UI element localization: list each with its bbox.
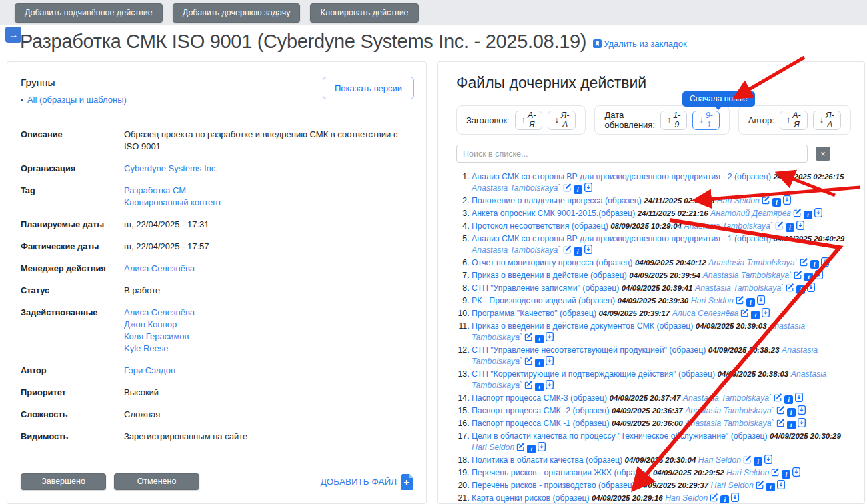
download-icon[interactable]: [792, 467, 800, 480]
file-author-link[interactable]: Hari Seldon: [717, 196, 760, 205]
file-title-link[interactable]: Анализ СМК со стороны ВР для производств…: [472, 172, 771, 181]
download-icon[interactable]: [546, 332, 554, 345]
info-icon[interactable]: i: [535, 359, 544, 367]
file-title-link[interactable]: Протокол несоответствия (образец): [472, 221, 608, 231]
expand-arrow-icon[interactable]: →: [5, 27, 21, 43]
download-icon[interactable]: [798, 418, 806, 431]
file-author-link[interactable]: Hari Seldon: [472, 443, 514, 452]
file-title-link[interactable]: СТП "Управление несоответствующей продук…: [472, 345, 706, 355]
edit-icon[interactable]: [736, 296, 744, 308]
download-icon[interactable]: [814, 208, 822, 221]
info-icon[interactable]: i: [772, 198, 781, 207]
download-icon[interactable]: [546, 356, 554, 369]
field-value-link[interactable]: Kyle Reese: [124, 343, 195, 355]
info-icon[interactable]: i: [746, 298, 755, 307]
edit-icon[interactable]: [524, 333, 533, 345]
search-input[interactable]: [456, 145, 808, 163]
edit-icon[interactable]: [563, 183, 572, 195]
edit-icon[interactable]: [793, 209, 802, 221]
file-author-link[interactable]: Anastasia Tambolskaya`: [472, 183, 561, 193]
download-icon[interactable]: [584, 183, 592, 195]
info-icon[interactable]: i: [754, 457, 762, 466]
edit-icon[interactable]: [786, 283, 794, 295]
edit-icon[interactable]: [775, 221, 784, 233]
file-author-link[interactable]: Anastasia Tambolskaya`: [684, 221, 773, 231]
file-author-link[interactable]: Anastasia Tambolskaya`: [708, 258, 798, 267]
download-icon[interactable]: [584, 245, 592, 257]
edit-icon[interactable]: [710, 493, 718, 504]
file-title-link[interactable]: Положение о владельце процесса (образец): [472, 196, 642, 205]
download-icon[interactable]: [731, 493, 739, 504]
edit-icon[interactable]: [762, 196, 770, 208]
file-title-link[interactable]: Цели в области качества по процессу "Тех…: [472, 431, 768, 441]
download-icon[interactable]: [795, 393, 803, 405]
file-title-link[interactable]: СТП "Корректирующие и подтверждающие дей…: [472, 369, 715, 379]
sort-asc-button[interactable]: ↑А-Я: [515, 111, 543, 130]
file-title-link[interactable]: Программа "Качество" (образец): [472, 309, 596, 318]
file-author-link[interactable]: Hari Seldon: [691, 296, 734, 305]
edit-icon[interactable]: [800, 258, 808, 270]
edit-icon[interactable]: [771, 468, 780, 480]
file-title-link[interactable]: Приказ о введении в действие (образец): [472, 271, 627, 280]
info-icon[interactable]: i: [574, 247, 582, 256]
file-author-link[interactable]: Anastasia Tambolskaya`: [695, 283, 784, 293]
edit-icon[interactable]: [776, 406, 785, 418]
file-title-link[interactable]: Паспорт процесса СМК-3 (образец): [472, 393, 607, 403]
complete-button[interactable]: Завершено: [21, 473, 106, 490]
file-author-link[interactable]: Hari Seldon: [711, 481, 754, 490]
file-author-link[interactable]: Anastasia Tambolskaya`: [472, 245, 561, 255]
sort-desc-button[interactable]: ↓Я-А: [813, 111, 841, 130]
file-title-link[interactable]: Паспорт процесса СМК -2 (образец): [472, 406, 609, 415]
file-title-link[interactable]: Перечень рисков - организация ЖКХ (образ…: [472, 468, 650, 477]
info-icon[interactable]: i: [535, 383, 544, 391]
edit-icon[interactable]: [524, 357, 533, 369]
file-author-link[interactable]: Anastasia Tambolskaya`: [683, 393, 772, 403]
file-title-link[interactable]: СТП "Управление записями" (образец): [472, 283, 619, 293]
info-icon[interactable]: i: [574, 185, 582, 194]
file-title-link[interactable]: Перечень рисков - производство (образец): [472, 481, 635, 490]
field-value-link[interactable]: Гэри Сэлдон: [124, 365, 175, 377]
info-icon[interactable]: i: [782, 470, 790, 479]
info-icon[interactable]: i: [786, 223, 794, 232]
sort-asc-button[interactable]: ↑А-Я: [780, 111, 808, 130]
edit-icon[interactable]: [774, 393, 782, 405]
download-icon[interactable]: [798, 405, 806, 418]
group-link[interactable]: All (образцы и шаблоны): [27, 95, 127, 105]
field-value-link[interactable]: Алиса Селезнёва: [124, 307, 195, 319]
file-author-link[interactable]: Hari Seldon: [726, 468, 769, 477]
info-icon[interactable]: i: [720, 495, 729, 504]
show-versions-button[interactable]: Показать версии: [323, 77, 414, 99]
info-icon[interactable]: i: [784, 395, 793, 404]
file-title-link[interactable]: Приказ о введении в действие документов …: [472, 321, 693, 331]
file-title-link[interactable]: Карта оценки рисков (образец): [472, 493, 590, 503]
field-value-link[interactable]: Разработка СМ: [124, 185, 221, 197]
file-author-link[interactable]: Анатолий Дегтярев: [710, 209, 791, 218]
field-value-link[interactable]: Клонированный контент: [124, 197, 221, 209]
field-value-link[interactable]: Джон Коннор: [124, 319, 195, 331]
download-icon[interactable]: [807, 283, 815, 295]
info-icon[interactable]: i: [810, 260, 819, 269]
info-icon[interactable]: i: [766, 483, 775, 491]
sort-asc-button[interactable]: ↑1-9: [660, 111, 687, 130]
edit-icon[interactable]: [563, 245, 572, 257]
info-icon[interactable]: i: [751, 311, 760, 319]
file-author-link[interactable]: Anastasia Tambolskaya`: [703, 271, 792, 280]
edit-icon[interactable]: [776, 419, 785, 431]
edit-icon[interactable]: [794, 271, 802, 283]
info-icon[interactable]: i: [796, 285, 805, 294]
file-title-link[interactable]: РК - Производство изделий (образец): [472, 296, 615, 305]
file-title-link[interactable]: Анкета опросник СМК 9001-2015.(образец): [472, 209, 635, 218]
edit-icon[interactable]: [516, 443, 525, 455]
add-child-task-button[interactable]: Добавить дочернюю задачу: [173, 3, 301, 23]
edit-icon[interactable]: [756, 481, 764, 493]
download-icon[interactable]: [546, 380, 554, 393]
edit-icon[interactable]: [740, 309, 749, 321]
file-author-link[interactable]: Anastasia Tambolskaya`: [685, 406, 774, 415]
file-author-link[interactable]: Алиса Селезнёва: [672, 309, 739, 318]
info-icon[interactable]: i: [804, 273, 813, 281]
download-icon[interactable]: [821, 257, 829, 270]
info-icon[interactable]: i: [787, 408, 796, 417]
download-icon[interactable]: [796, 221, 804, 233]
edit-icon[interactable]: [524, 381, 533, 393]
info-icon[interactable]: i: [535, 335, 544, 343]
